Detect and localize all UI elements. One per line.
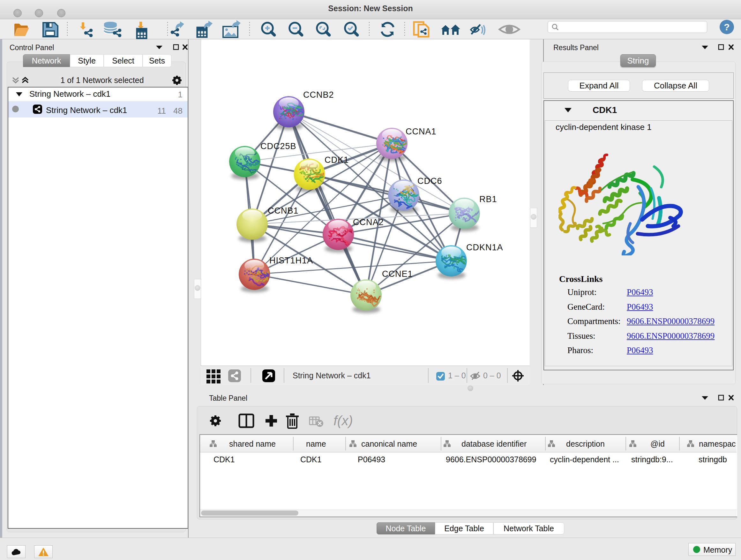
svg-text:RB1: RB1 — [479, 194, 497, 204]
svg-text:f(x): f(x) — [333, 413, 353, 428]
svg-text:description: description — [566, 439, 605, 448]
svg-text:1 – 0: 1 – 0 — [448, 371, 466, 380]
svg-text:CDKN1A: CDKN1A — [466, 243, 503, 252]
svg-text:CCNA1: CCNA1 — [406, 127, 436, 136]
svg-text:HIST1H1A: HIST1H1A — [269, 256, 313, 265]
svg-text:String Network – cdk1: String Network – cdk1 — [293, 371, 371, 380]
svg-text:database identifier: database identifier — [461, 439, 527, 448]
svg-text:@id: @id — [650, 439, 665, 448]
svg-text:name: name — [306, 439, 326, 448]
svg-text:canonical name: canonical name — [361, 439, 417, 448]
svg-text:CCNB2: CCNB2 — [303, 90, 334, 100]
svg-text:0 – 0: 0 – 0 — [483, 371, 501, 380]
svg-text:CDC6: CDC6 — [417, 176, 442, 186]
svg-text:CCNB1: CCNB1 — [268, 206, 299, 215]
svg-text:namespac: namespac — [699, 439, 736, 448]
svg-text:CDK1: CDK1 — [325, 155, 349, 165]
svg-text:CDC25B: CDC25B — [260, 141, 296, 151]
svg-text:CCNA2: CCNA2 — [353, 217, 384, 227]
svg-text:shared name: shared name — [229, 439, 276, 448]
svg-text:CCNE1: CCNE1 — [382, 269, 413, 279]
